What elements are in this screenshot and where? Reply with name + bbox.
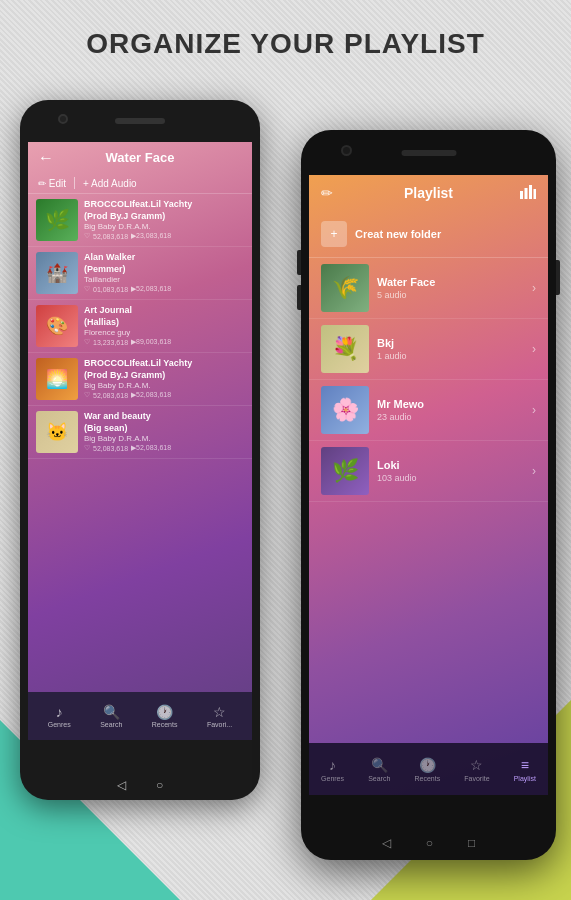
p2-playlist-name-2: Bkj	[377, 337, 524, 349]
p2-playlist-item-3[interactable]: Mr Mewo 23 audio ›	[309, 380, 548, 441]
p2-home-hw-button[interactable]: ○	[426, 836, 433, 850]
p1-home-hw-button[interactable]: ○	[156, 778, 163, 792]
p2-nav-favorite[interactable]: ☆ Favorite	[464, 757, 489, 782]
p1-track-4[interactable]: BROCCOLIfeat.Lil Yachty(Prod By.J Gramm)…	[28, 353, 252, 406]
p2-playlist-info-3: Mr Mewo 23 audio	[377, 398, 524, 422]
p1-nav-favorite[interactable]: ☆ Favori...	[207, 704, 232, 728]
phone2-body: ✏ Playlist + Creat new folder	[301, 130, 556, 860]
p2-back-hw-button[interactable]: ◁	[382, 836, 391, 850]
search-icon: 🔍	[103, 704, 120, 720]
p1-nav-search[interactable]: 🔍 Search	[100, 704, 122, 728]
chevron-right-icon: ›	[532, 464, 536, 478]
genres-icon: ♪	[56, 704, 63, 720]
folder-plus-icon: +	[321, 221, 347, 247]
p1-nav-genres-label: Genres	[48, 721, 71, 728]
p1-track-meta-1: ♡ 52,083,618 ▶23,083,618	[84, 232, 244, 240]
p1-track-meta-4: ♡ 52,083,618 ▶52,083,618	[84, 391, 244, 399]
p1-back-hw-button[interactable]: ◁	[117, 778, 126, 792]
p2-playlist-name-3: Mr Mewo	[377, 398, 524, 410]
p1-track-5[interactable]: War and beauty(Big sean) Big Baby D.R.A.…	[28, 406, 252, 459]
p1-add-audio-button[interactable]: + Add Audio	[83, 178, 137, 189]
p1-track-meta-2: ♡ 01,083,618 ▶52,083,618	[84, 285, 244, 293]
p2-playlist-count-2: 1 audio	[377, 351, 524, 361]
p1-track-artist-5: Big Baby D.R.A.M.	[84, 434, 244, 443]
p2-create-folder-button[interactable]: + Creat new folder	[309, 211, 548, 258]
p2-screen-title: Playlist	[404, 185, 453, 201]
p2-playlist-item-1[interactable]: Water Face 5 audio ›	[309, 258, 548, 319]
phone1: ← Water Face ✏ Edit + Add Audio BROCCOLI…	[20, 100, 260, 800]
recents-icon: 🕐	[156, 704, 173, 720]
p2-playlist-count-1: 5 audio	[377, 290, 524, 300]
p1-toolbar-divider	[74, 177, 75, 189]
p1-track-title-4: BROCCOLIfeat.Lil Yachty(Prod By.J Gramm)	[84, 358, 244, 381]
heart-icon: ♡	[84, 338, 90, 346]
search-icon: 🔍	[371, 757, 388, 773]
p2-nav-search[interactable]: 🔍 Search	[368, 757, 390, 782]
p2-playlist-info-4: Loki 103 audio	[377, 459, 524, 483]
p1-header: ← Water Face	[28, 142, 252, 173]
p2-stats-icon[interactable]	[520, 185, 536, 202]
p2-nav-search-label: Search	[368, 775, 390, 782]
genres-icon: ♪	[329, 757, 336, 773]
p1-track-thumb-3	[36, 305, 78, 347]
p2-nav-favorite-label: Favorite	[464, 775, 489, 782]
p1-track-2[interactable]: Alan Walker(Pemmer) Taillandier ♡ 01,083…	[28, 247, 252, 300]
chevron-right-icon: ›	[532, 342, 536, 356]
phone2-speaker	[401, 150, 456, 156]
p1-nav-recents[interactable]: 🕐 Recents	[152, 704, 178, 728]
p2-nav-recents[interactable]: 🕐 Recents	[414, 757, 440, 782]
p1-track-1[interactable]: BROCCOLIfeat.Lil Yachty(Prod By.J Gramm)…	[28, 194, 252, 247]
p1-back-button[interactable]: ←	[38, 149, 54, 167]
p1-track-meta-5: ♡ 52,083,618 ▶52,083,618	[84, 444, 244, 452]
favorite-icon: ☆	[470, 757, 483, 773]
p2-recent-hw-button[interactable]: □	[468, 836, 475, 850]
p1-bottom-nav: ♪ Genres 🔍 Search 🕐 Recents ☆ Favori...	[28, 692, 252, 740]
phone2-power-button	[556, 260, 560, 295]
p2-edit-icon[interactable]: ✏	[321, 185, 333, 201]
svg-rect-1	[525, 188, 528, 199]
p2-playlist-name-4: Loki	[377, 459, 524, 471]
p1-track-info-3: Art Journal(Hallias) Florence guy ♡ 13,2…	[84, 305, 244, 346]
recents-icon: 🕐	[419, 757, 436, 773]
p1-track-info-4: BROCCOLIfeat.Lil Yachty(Prod By.J Gramm)…	[84, 358, 244, 399]
p1-track-artist-3: Florence guy	[84, 328, 244, 337]
favorite-icon: ☆	[213, 704, 226, 720]
p2-nav-genres[interactable]: ♪ Genres	[321, 757, 344, 782]
p1-track-info-5: War and beauty(Big sean) Big Baby D.R.A.…	[84, 411, 244, 452]
p2-playlist-info-1: Water Face 5 audio	[377, 276, 524, 300]
heart-icon: ♡	[84, 232, 90, 240]
p1-edit-button[interactable]: ✏ Edit	[38, 178, 66, 189]
p1-track-meta-3: ♡ 13,233,618 ▶89,003,618	[84, 338, 244, 346]
phone2-vol2-button	[297, 285, 301, 310]
p2-header: ✏ Playlist	[309, 175, 548, 211]
p2-playlist-count-4: 103 audio	[377, 473, 524, 483]
p1-nav-favorite-label: Favori...	[207, 721, 232, 728]
p2-playlist-thumb-4	[321, 447, 369, 495]
chevron-right-icon: ›	[532, 281, 536, 295]
p1-track-title-2: Alan Walker(Pemmer)	[84, 252, 244, 275]
p2-playlist-info-2: Bkj 1 audio	[377, 337, 524, 361]
p1-track-3[interactable]: Art Journal(Hallias) Florence guy ♡ 13,2…	[28, 300, 252, 353]
p2-playlist-thumb-3	[321, 386, 369, 434]
phone2-camera	[341, 145, 352, 156]
p2-nav-playlist-label: Playlist	[514, 775, 536, 782]
heart-icon: ♡	[84, 444, 90, 452]
svg-rect-2	[529, 185, 532, 199]
p1-track-title-1: BROCCOLIfeat.Lil Yachty(Prod By.J Gramm)	[84, 199, 244, 222]
p1-track-artist-4: Big Baby D.R.A.M.	[84, 381, 244, 390]
p1-screen-title: Water Face	[106, 150, 175, 165]
p1-track-title-3: Art Journal(Hallias)	[84, 305, 244, 328]
p1-track-artist-2: Taillandier	[84, 275, 244, 284]
p2-playlist-name-1: Water Face	[377, 276, 524, 288]
p1-toolbar: ✏ Edit + Add Audio	[28, 173, 252, 194]
p2-playlist-item-2[interactable]: Bkj 1 audio ›	[309, 319, 548, 380]
heart-icon: ♡	[84, 285, 90, 293]
p2-create-folder-label: Creat new folder	[355, 228, 441, 240]
svg-rect-0	[520, 191, 523, 199]
p2-playlist-item-4[interactable]: Loki 103 audio ›	[309, 441, 548, 502]
p1-nav-genres[interactable]: ♪ Genres	[48, 704, 71, 728]
svg-rect-3	[534, 189, 537, 199]
p2-playlist-thumb-2	[321, 325, 369, 373]
p2-playlist-count-3: 23 audio	[377, 412, 524, 422]
p2-nav-playlist[interactable]: ≡ Playlist	[514, 757, 536, 782]
